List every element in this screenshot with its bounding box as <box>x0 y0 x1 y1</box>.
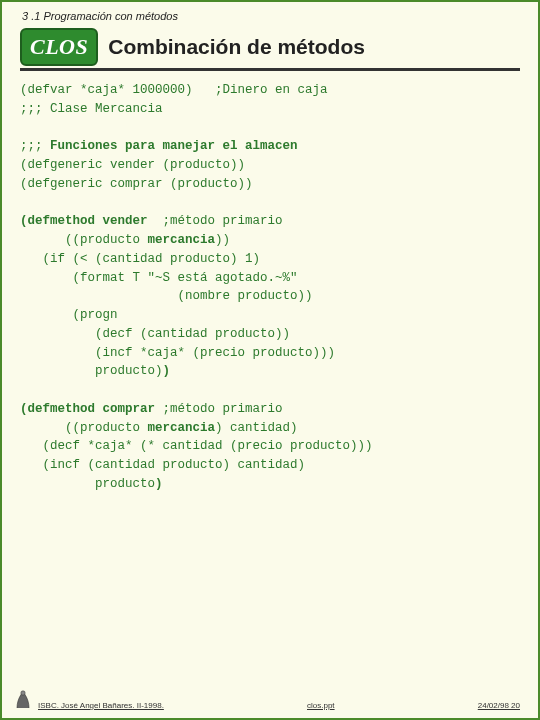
footer-left: ISBC. José Angel Bañares. II-1998. <box>14 688 164 710</box>
code-block: (defvar *caja* 1000000) ;Dinero en caja … <box>20 81 520 494</box>
footer-right: 24/02/98 20 <box>478 701 520 710</box>
footer-center-text: clos.ppt <box>307 701 335 710</box>
title-rule <box>20 68 520 71</box>
footer-left-text: ISBC. José Angel Bañares. II-1998. <box>38 701 164 710</box>
section-label: 3 .1 Programación con métodos <box>22 10 520 22</box>
clos-badge: CLOS <box>20 28 98 66</box>
svg-point-0 <box>21 691 25 695</box>
badge-text: CLOS <box>30 34 88 59</box>
slide: 3 .1 Programación con métodos CLOS Combi… <box>0 0 540 720</box>
slide-title: Combinación de métodos <box>108 35 365 59</box>
footer-right-text: 24/02/98 20 <box>478 701 520 710</box>
logo-icon <box>14 688 32 710</box>
title-row: CLOS Combinación de métodos <box>20 28 520 66</box>
footer-center: clos.ppt <box>164 701 478 710</box>
footer: ISBC. José Angel Bañares. II-1998. clos.… <box>2 688 538 710</box>
